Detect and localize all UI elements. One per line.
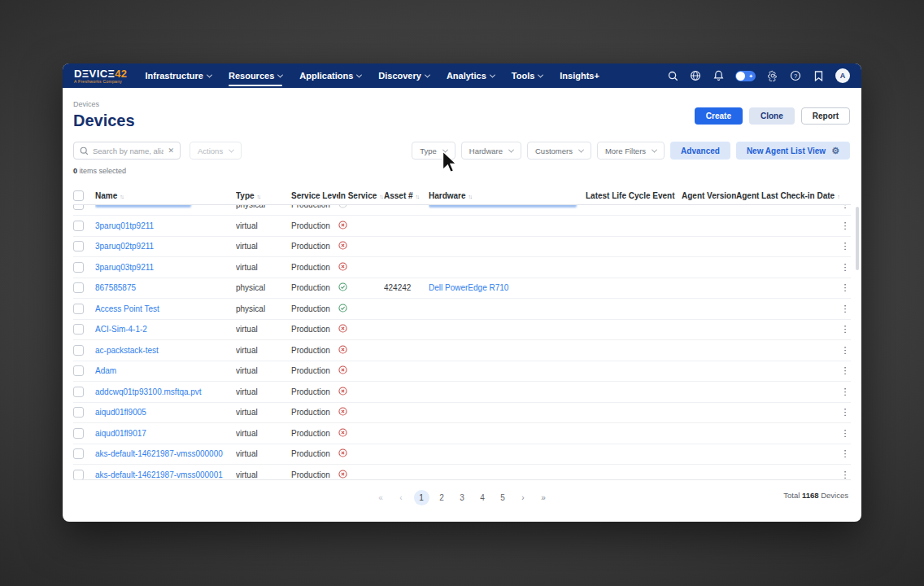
chevron-down-icon: [538, 72, 543, 77]
table-scrollbar[interactable]: [856, 207, 859, 270]
row-menu-icon[interactable]: ⋮: [839, 304, 851, 314]
sort-icon[interactable]: ↑↓: [257, 194, 260, 199]
device42-logo[interactable]: DΞVICΞ42 A Freshworks Company: [74, 68, 127, 84]
nav-item-discovery[interactable]: Discovery: [378, 63, 429, 88]
row-menu-icon[interactable]: ⋮: [839, 345, 851, 356]
advanced-button[interactable]: Advanced: [670, 142, 730, 160]
sort-icon[interactable]: ↑↓: [120, 194, 123, 199]
nav-item-insights[interactable]: Insights+: [560, 63, 599, 88]
device-name-link[interactable]: Adam: [95, 366, 236, 375]
row-menu-icon[interactable]: ⋮: [839, 448, 851, 459]
row-checkbox[interactable]: [73, 324, 84, 335]
page-button-4[interactable]: 4: [475, 490, 490, 505]
in-service-icon: [338, 448, 384, 459]
device-name-link[interactable]: addcwq01tp93100.msftqa.pvt: [95, 387, 236, 396]
row-checkbox[interactable]: [73, 407, 84, 418]
column-header-in-service[interactable]: In Service↑↓: [338, 191, 384, 200]
search-icon[interactable]: [667, 70, 678, 81]
help-icon[interactable]: ?: [790, 70, 801, 81]
row-menu-icon[interactable]: ⋮: [839, 205, 851, 210]
nav-item-analytics[interactable]: Analytics: [447, 63, 495, 88]
sort-icon[interactable]: ↑↓: [837, 194, 839, 199]
column-header-name[interactable]: Name↑↓: [95, 191, 236, 200]
row-checkbox[interactable]: [73, 470, 84, 480]
device-name-link[interactable]: Access Point Test: [95, 304, 236, 313]
device-name-link[interactable]: 3paruq01tp9211: [95, 221, 236, 230]
sort-icon[interactable]: ↑↓: [469, 194, 472, 199]
device-name-link[interactable]: ac-packstack-test: [95, 346, 236, 355]
report-button[interactable]: Report: [801, 107, 850, 125]
row-menu-icon[interactable]: ⋮: [839, 324, 851, 335]
row-menu-icon[interactable]: ⋮: [839, 241, 851, 251]
page-button-5[interactable]: 5: [495, 490, 511, 505]
row-checkbox[interactable]: [73, 282, 84, 293]
row-menu-icon[interactable]: ⋮: [839, 428, 851, 439]
notifications-icon[interactable]: [713, 70, 724, 81]
page-button-3[interactable]: 3: [455, 490, 470, 505]
nav-item-tools[interactable]: Tools: [512, 63, 543, 88]
row-menu-icon[interactable]: ⋮: [839, 262, 851, 273]
filter-hardware-dropdown[interactable]: Hardware: [461, 142, 521, 160]
nav-item-infrastructure[interactable]: Infrastructure: [145, 63, 211, 88]
row-menu-icon[interactable]: ⋮: [839, 387, 851, 397]
new-agent-list-view-button[interactable]: New Agent List View⚙: [736, 142, 850, 160]
prev-page-button[interactable]: ‹: [394, 490, 409, 505]
more-filters-dropdown[interactable]: More Filters: [597, 142, 665, 160]
row-checkbox[interactable]: [73, 448, 84, 459]
actions-dropdown[interactable]: Actions: [190, 142, 242, 160]
next-page-button[interactable]: ›: [516, 490, 531, 505]
column-header-asset[interactable]: Asset #↑↓: [384, 191, 429, 200]
filter-type-dropdown[interactable]: Type: [412, 142, 455, 160]
device-name-link[interactable]: 3paruq03tp9211: [95, 263, 236, 272]
user-avatar[interactable]: A: [835, 68, 850, 83]
column-header-type[interactable]: Type↑↓: [236, 191, 291, 200]
device-name-link[interactable]: ACI-Sim-4-1-2: [95, 325, 236, 334]
select-all-checkbox[interactable]: [73, 190, 84, 201]
device-name-link[interactable]: 3paruq02tp9211: [95, 242, 236, 251]
first-page-button[interactable]: «: [373, 490, 389, 505]
row-menu-icon[interactable]: ⋮: [839, 282, 851, 293]
row-checkbox[interactable]: [73, 345, 84, 356]
page-button-2[interactable]: 2: [434, 490, 450, 505]
sort-icon[interactable]: ↑↓: [416, 194, 419, 199]
sort-icon[interactable]: ↑↓: [379, 194, 382, 199]
theme-toggle[interactable]: ✦: [735, 71, 756, 81]
clear-search-icon[interactable]: ✕: [168, 146, 174, 155]
chevron-down-icon: [207, 72, 212, 77]
bookmark-icon[interactable]: [813, 70, 824, 81]
row-menu-icon[interactable]: ⋮: [839, 407, 851, 418]
row-checkbox[interactable]: [73, 221, 84, 231]
device-name-link[interactable]: 867585875: [95, 283, 236, 292]
device-name-link[interactable]: aks-default-14621987-vmss000000: [95, 449, 236, 458]
nav-item-applications[interactable]: Applications: [299, 63, 361, 88]
globe-icon[interactable]: [690, 70, 701, 81]
filter-customers-dropdown[interactable]: Customers: [527, 142, 591, 160]
search-input[interactable]: [93, 146, 163, 155]
row-checkbox[interactable]: [73, 304, 84, 314]
nav-item-resources[interactable]: Resources: [229, 63, 282, 88]
clone-button[interactable]: Clone: [749, 107, 795, 125]
device-name-link[interactable]: aks-default-14621987-vmss000001: [95, 470, 236, 479]
create-button[interactable]: Create: [695, 107, 743, 125]
row-menu-icon[interactable]: ⋮: [839, 365, 851, 376]
breadcrumb[interactable]: Devices: [73, 100, 99, 108]
device-name-link[interactable]: aiqud01fl9017: [95, 429, 236, 438]
column-header-service-level[interactable]: Service Level↑↓: [291, 191, 338, 200]
settings-gear-icon[interactable]: [767, 70, 778, 81]
row-checkbox[interactable]: [73, 387, 84, 397]
row-checkbox[interactable]: [73, 205, 84, 210]
table-row: addcwq01tp93100.msftqa.pvt virtual Produ…: [73, 382, 851, 403]
page-button-1[interactable]: 1: [414, 490, 429, 505]
row-checkbox[interactable]: [73, 428, 84, 439]
row-menu-icon[interactable]: ⋮: [839, 470, 851, 480]
row-menu-icon[interactable]: ⋮: [839, 221, 851, 231]
device-name-link[interactable]: aiqud01fl9005: [95, 408, 236, 417]
last-page-button[interactable]: »: [536, 490, 551, 505]
column-header-agent-version[interactable]: Agent Version↑↓: [682, 191, 736, 200]
hardware-link[interactable]: Dell PowerEdge R710: [429, 283, 586, 292]
row-checkbox[interactable]: [73, 365, 84, 376]
column-header-hardware[interactable]: Hardware↑↓: [429, 191, 586, 200]
row-checkbox[interactable]: [73, 262, 84, 273]
row-checkbox[interactable]: [73, 241, 84, 251]
column-header-agent-checkin[interactable]: Agent Last Check-in Date↑↓: [736, 191, 839, 200]
